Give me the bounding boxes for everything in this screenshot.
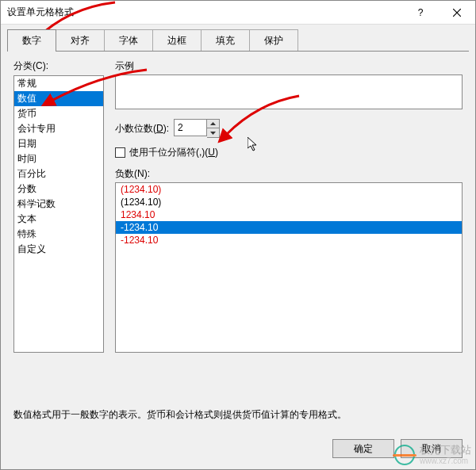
titlebar: 设置单元格格式 ?: [1, 1, 475, 25]
spin-up-button[interactable]: [207, 120, 219, 128]
list-item[interactable]: (1234.10): [116, 196, 462, 208]
tab-alignment[interactable]: 对齐: [56, 29, 105, 52]
decimal-label: 小数位数(D):: [115, 122, 169, 136]
chevron-up-icon: [210, 122, 216, 125]
thousand-checkbox[interactable]: [115, 147, 125, 158]
format-cells-dialog: 设置单元格格式 ? 数字 对齐 字体 边框 填充 保护 分类(C): 常规 数值…: [0, 0, 476, 470]
tab-fill[interactable]: 填充: [201, 29, 250, 52]
help-button[interactable]: ?: [402, 1, 439, 25]
cancel-button[interactable]: 取消: [401, 439, 463, 458]
list-item[interactable]: 数值: [14, 91, 103, 106]
sample-label: 示例: [115, 59, 463, 73]
tab-strip: 数字 对齐 字体 边框 填充 保护: [1, 25, 475, 52]
tab-underline: [7, 51, 469, 52]
list-item[interactable]: 分数: [14, 182, 103, 197]
content-area: 分类(C): 常规 数值 货币 会计专用 日期 时间 百分比 分数 科学记数 文…: [1, 52, 475, 400]
negative-label: 负数(N):: [115, 167, 463, 181]
category-listbox[interactable]: 常规 数值 货币 会计专用 日期 时间 百分比 分数 科学记数 文本 特殊 自定…: [13, 75, 104, 353]
list-item[interactable]: -1234.10: [116, 221, 462, 234]
tab-border[interactable]: 边框: [152, 29, 202, 52]
list-item[interactable]: 特殊: [14, 227, 103, 242]
footer: 确定 取消: [1, 430, 475, 469]
list-item[interactable]: 百分比: [14, 166, 103, 182]
category-label: 分类(C):: [13, 59, 104, 73]
category-column: 分类(C): 常规 数值 货币 会计专用 日期 时间 百分比 分数 科学记数 文…: [13, 59, 104, 353]
decimal-spinner: [174, 119, 220, 138]
tab-font[interactable]: 字体: [104, 29, 153, 52]
description-text: 数值格式用于一般数字的表示。货币和会计格式则提供货币值计算的专用格式。: [1, 400, 475, 430]
list-item[interactable]: 文本: [14, 212, 103, 227]
chevron-down-icon: [210, 132, 216, 135]
spin-down-button[interactable]: [207, 128, 219, 137]
ok-button[interactable]: 确定: [332, 439, 394, 458]
list-item[interactable]: 自定义: [14, 242, 103, 257]
decimal-input[interactable]: [174, 119, 207, 136]
list-item[interactable]: 货币: [14, 106, 103, 121]
list-item[interactable]: 常规: [14, 76, 103, 91]
list-item[interactable]: 时间: [14, 151, 103, 166]
negative-listbox[interactable]: (1234.10) (1234.10) 1234.10 -1234.10 -12…: [115, 182, 463, 353]
dialog-title: 设置单元格格式: [1, 6, 402, 19]
close-icon: [453, 9, 461, 17]
list-item[interactable]: 日期: [14, 136, 103, 151]
thousand-label: 使用千位分隔符(,)(U): [129, 146, 218, 159]
list-item[interactable]: -1234.10: [116, 234, 462, 246]
list-item[interactable]: 科学记数: [14, 197, 103, 212]
tab-protection[interactable]: 保护: [249, 29, 298, 52]
question-icon: ?: [418, 7, 424, 18]
sample-box: [115, 75, 463, 109]
close-button[interactable]: [439, 1, 475, 25]
tab-number[interactable]: 数字: [7, 29, 56, 52]
list-item[interactable]: 会计专用: [14, 121, 103, 136]
list-item[interactable]: (1234.10): [116, 183, 462, 196]
list-item[interactable]: 1234.10: [116, 208, 462, 221]
options-column: 示例 小数位数(D): 使用千位分隔符(,)(U): [115, 59, 463, 353]
